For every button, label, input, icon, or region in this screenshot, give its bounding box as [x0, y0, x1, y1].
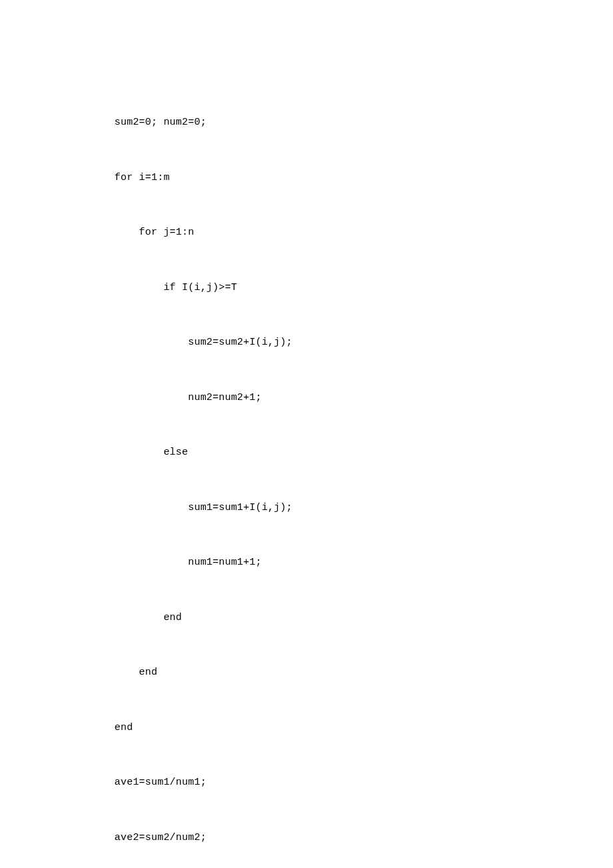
code-line: end	[90, 663, 523, 682]
code-line: for i=1:m	[90, 169, 523, 187]
code-line: sum2=0; num2=0;	[90, 113, 523, 132]
code-line: sum2=sum2+I(i,j);	[90, 333, 523, 352]
code-line: end	[90, 609, 523, 627]
code-line: num2=num2+1;	[90, 389, 523, 407]
code-line: ave2=sum2/num2;	[90, 829, 523, 847]
code-line: for j=1:n	[90, 223, 523, 242]
code-line: if I(i,j)>=T	[90, 279, 523, 297]
code-line: else	[90, 443, 523, 462]
code-block: sum2=0; num2=0; for i=1:m for j=1:n if I…	[90, 77, 523, 868]
code-line: sum1=sum1+I(i,j);	[90, 499, 523, 517]
code-line: num1=num1+1;	[90, 553, 523, 572]
code-line: end	[90, 719, 523, 737]
document-page: sum2=0; num2=0; for i=1:m for j=1:n if I…	[0, 0, 613, 868]
code-line: ave1=sum1/num1;	[90, 773, 523, 792]
